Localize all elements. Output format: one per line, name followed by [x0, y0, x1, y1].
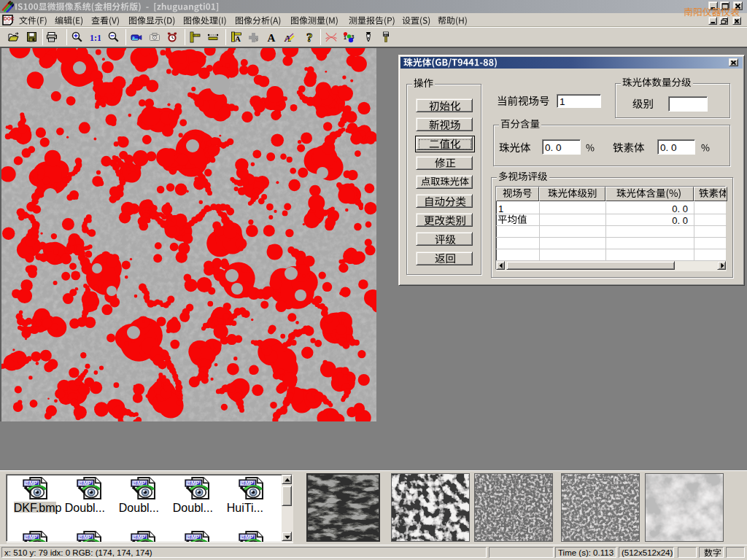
svg-text:DOC: DOC: [4, 16, 15, 21]
svg-text:A: A: [285, 33, 292, 44]
svg-text:A: A: [268, 32, 276, 44]
svg-text:?: ?: [306, 31, 313, 43]
svg-text:A: A: [235, 34, 241, 43]
svg-text:1:1: 1:1: [90, 33, 101, 43]
svg-text:1: 1: [344, 35, 347, 40]
